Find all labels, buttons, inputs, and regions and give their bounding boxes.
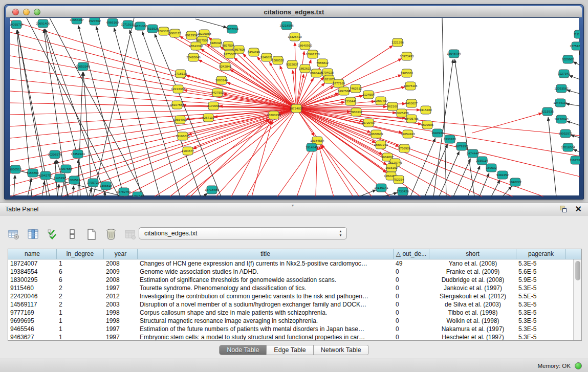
table-cell: 1 xyxy=(57,333,104,340)
graph-node-label: 2867608 xyxy=(233,48,246,51)
table-cell: 0 xyxy=(394,292,429,300)
table-cell: Disruption of a novel member of a sodium… xyxy=(138,300,394,309)
graph-node-label: 18640910 xyxy=(298,43,312,47)
graph-node-label: 8454749 xyxy=(248,50,260,54)
graph-node-label: 20206576 xyxy=(48,152,62,156)
scrollbar-thumb[interactable] xyxy=(575,261,580,280)
graph-node-label: 10807487 xyxy=(374,99,388,102)
memory-status-label: Memory: OK xyxy=(537,363,571,369)
column-header-out-de-[interactable]: △ out_de... xyxy=(394,249,429,259)
table-cell: 9777169 xyxy=(8,309,57,317)
table-cell: 0 xyxy=(394,284,429,292)
table-cell: 19384554 xyxy=(8,268,57,276)
vertical-scrollbar[interactable] xyxy=(573,259,581,340)
column-header-year[interactable]: year xyxy=(104,249,138,259)
graph-node-label: 16648784 xyxy=(447,52,461,55)
graph-node-label: 1640934 xyxy=(431,131,444,135)
table-cell: 9465546 xyxy=(8,325,57,333)
table-row[interactable]: 1938455462009Genome-wide association stu… xyxy=(8,268,573,276)
table-row[interactable]: 911546021997Tourette syndrome. Phenomeno… xyxy=(8,284,573,292)
select-all-icon[interactable] xyxy=(46,228,59,241)
table-cell: de Silva et al. (2003) xyxy=(429,300,516,309)
graph-node-label: 7986332 xyxy=(350,110,363,114)
graph-node-label: 20691406 xyxy=(36,21,50,25)
graph-node-label: 8427552 xyxy=(211,91,224,94)
table-cell: 5.3E-5 xyxy=(516,325,566,333)
table-settings-icon[interactable] xyxy=(7,228,20,241)
graph-node-label: 10653267 xyxy=(70,18,84,21)
table-cell: 0 xyxy=(394,333,429,340)
graph-node-label: 9850513 xyxy=(10,167,22,171)
graph-node-label: 12093582 xyxy=(554,86,569,90)
graph-node-label: 10688609 xyxy=(369,132,383,136)
graph-node-label: 1588520 xyxy=(272,58,285,62)
table-cell: 5.5E-5 xyxy=(516,292,566,300)
graph-node-label: 1156863 xyxy=(27,171,39,174)
table-row[interactable]: 969969511998Structural magnetic resonanc… xyxy=(8,317,573,325)
graph-node-label: 9777169 xyxy=(333,81,345,85)
table-cell: Franke et al. (2009) xyxy=(429,268,516,276)
table-cell: 2 xyxy=(57,284,104,292)
table-cell: 5.3E-5 xyxy=(516,317,566,325)
graph-node-label: 13325419 xyxy=(288,35,302,38)
table-row[interactable]: 977716911998Corpus callosum shape and si… xyxy=(8,309,573,317)
column-header-in-degree[interactable]: in_degree xyxy=(57,249,104,259)
table-row[interactable]: 1456911722003Disruption of a novel membe… xyxy=(8,300,573,309)
table-cell: 5.6E-5 xyxy=(516,268,566,276)
network-canvas[interactable]: 1872400718300295193845547663822986012389… xyxy=(10,17,579,196)
table-cell: 2012 xyxy=(104,292,138,300)
table-body[interactable]: 1872400712008Changes of HCN gene express… xyxy=(8,259,573,340)
column-header-short[interactable]: short xyxy=(429,249,516,259)
float-panel-icon[interactable] xyxy=(559,205,568,213)
table-toolbar: f(x) xyxy=(7,226,157,243)
table-selector-dropdown[interactable]: citations_edges.txt ▲▼ xyxy=(139,227,347,239)
graph-node-label: 9474444 xyxy=(467,151,480,155)
table-row[interactable]: 946362711997Embryonic stem cells: a mode… xyxy=(8,333,573,340)
window-titlebar[interactable]: citations_edges.txt xyxy=(6,6,582,17)
table-row[interactable]: 2242004622012Investigating the contribut… xyxy=(8,292,573,300)
table-row[interactable]: 946554611997Estimation of the future num… xyxy=(8,325,573,333)
table-panel: Table Panel ▾ ✕ f(x) citations_edges.txt… xyxy=(0,203,588,372)
table-cell: Estimation of the future numbers of pati… xyxy=(138,325,394,333)
new-document-icon[interactable] xyxy=(85,228,98,241)
table-selector-value: citations_edges.txt xyxy=(144,230,198,237)
graph-node-label: 752254 xyxy=(394,178,404,181)
tab-network-table[interactable]: Network Table xyxy=(314,345,369,355)
table-cell: 18724007 xyxy=(8,259,57,268)
network-graph[interactable]: 1872400718300295193845547663822986012389… xyxy=(10,18,580,196)
graph-node-label: 12444134 xyxy=(553,101,568,104)
table-cell: Hescheler et al. (1997) xyxy=(429,333,516,340)
table-cell: 5.3E-5 xyxy=(516,333,566,340)
tab-node-table[interactable]: Node Table xyxy=(219,345,267,355)
table-cell: Nakamura et al. (1997) xyxy=(429,325,516,333)
import-table-icon[interactable] xyxy=(124,228,137,241)
rows-icon[interactable] xyxy=(66,228,79,241)
graph-node-label: 17359924 xyxy=(71,152,85,156)
column-header-name[interactable]: name xyxy=(8,249,57,259)
table-row[interactable]: 1872400712008Changes of HCN gene express… xyxy=(8,259,573,268)
panel-resize-grip-icon[interactable]: ▾ xyxy=(292,204,297,207)
graph-node-label: 12942757 xyxy=(38,173,53,177)
graph-node-label: 15718485 xyxy=(205,188,219,191)
tab-edge-table[interactable]: Edge Table xyxy=(267,345,313,355)
table-cell: 49 xyxy=(394,259,429,268)
select-columns-icon[interactable] xyxy=(27,228,40,241)
graph-node-label: 7515526 xyxy=(146,27,159,30)
table-cell: 5.3E-5 xyxy=(516,284,566,292)
graph-node-label: 9463627 xyxy=(405,101,418,105)
graph-node-label: 18226058 xyxy=(197,32,211,35)
graph-node-label: 16210643 xyxy=(554,117,569,121)
delete-icon[interactable] xyxy=(104,228,118,241)
graph-node-label: 9146821 xyxy=(260,55,273,59)
column-header-pagerank[interactable]: pagerank xyxy=(516,249,566,259)
graph-node-label: 8215935 xyxy=(541,110,554,113)
table-row[interactable]: 1830029562008Estimation of significance … xyxy=(8,276,573,284)
close-panel-icon[interactable]: ✕ xyxy=(575,204,582,214)
column-header-title[interactable]: title xyxy=(138,249,394,259)
graph-node-label: 18724007 xyxy=(289,106,303,110)
graph-node-label: 16543392 xyxy=(189,44,203,48)
table-cell: 5.3E-5 xyxy=(516,309,566,317)
table-cell: 22420046 xyxy=(8,292,57,300)
graph-node-label: 18807249 xyxy=(374,143,388,146)
table-cell: Structural magnetic resonance image aver… xyxy=(138,317,394,325)
